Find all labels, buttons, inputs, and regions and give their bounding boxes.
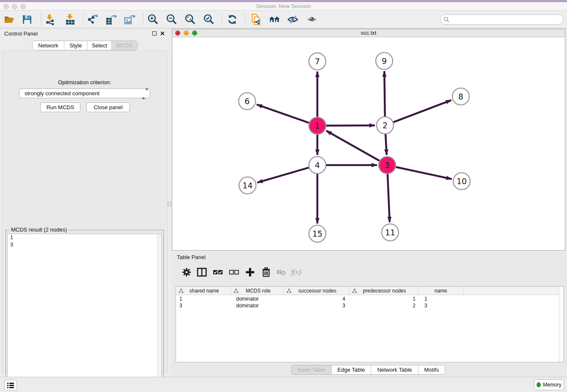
deselect-all-checkboxes-icon[interactable]	[228, 267, 239, 278]
tab-select[interactable]: Select	[88, 41, 112, 50]
toolbar-separator	[143, 13, 143, 26]
table-cell[interactable]: 4	[284, 295, 350, 302]
table-cell[interactable]: 1	[176, 295, 231, 302]
table-scrollbar[interactable]	[559, 287, 564, 362]
graph-edge-1-6[interactable]	[257, 105, 309, 123]
table-toolbar: f(x)	[176, 263, 564, 282]
splitter-grip[interactable]	[168, 202, 171, 207]
hierarchy-icon	[234, 288, 239, 293]
zoom-traffic-light[interactable]	[20, 4, 26, 9]
table-row[interactable]: 1dominator411	[176, 295, 559, 302]
column-header-predecessor-nodes[interactable]: predecessor nodes	[350, 287, 418, 295]
graph-node-label-7: 7	[315, 57, 320, 66]
add-column-icon[interactable]	[245, 267, 256, 278]
import-network-icon[interactable]	[44, 14, 56, 25]
duplicate-network-icon[interactable]	[250, 14, 262, 25]
control-panel-tabs: Network Style Select MCDS	[32, 41, 138, 50]
float-panel-icon[interactable]	[152, 31, 157, 36]
zoom-selected-icon[interactable]	[203, 14, 215, 25]
delete-column-trash-icon[interactable]	[261, 267, 272, 278]
table-cell[interactable]: 2	[350, 302, 418, 309]
run-mcds-button[interactable]: Run MCDS	[40, 102, 80, 112]
table-cell[interactable]: 3	[176, 302, 231, 309]
graph-edge-2-3[interactable]	[385, 134, 387, 155]
tab-node-table[interactable]: Node Table	[292, 365, 332, 374]
table-header: shared name MCDS role successor nodes pr…	[176, 287, 564, 295]
settings-gear-icon[interactable]	[181, 267, 192, 278]
table-cell[interactable]: dominator	[231, 302, 284, 309]
graph-node-label-4: 4	[315, 160, 320, 170]
zoom-out-icon[interactable]	[166, 14, 178, 25]
graph-edge-3-10[interactable]	[396, 167, 452, 179]
tab-network[interactable]: Network	[33, 41, 64, 50]
table-panel: Table Panel ✕ f(x) shared name	[172, 252, 567, 377]
close-panel-button[interactable]: Close panel	[86, 102, 130, 112]
graph-node-label-15: 15	[312, 229, 322, 238]
table-cell[interactable]: dominator	[231, 295, 284, 302]
node-table-body: 1dominator4113dominator323	[176, 295, 559, 309]
open-folder-icon[interactable]	[3, 14, 15, 25]
graph-edge-3-11[interactable]	[388, 174, 390, 222]
tab-edge-table[interactable]: Edge Table	[332, 365, 372, 374]
apply-function-icon: f(x)	[291, 267, 308, 278]
export-network-icon[interactable]	[86, 14, 98, 25]
control-panel-header: Control Panel ✕	[0, 29, 169, 39]
toolbar-separator	[41, 13, 41, 26]
mcds-result-title: MCDS result (2 nodes)	[9, 226, 69, 233]
graph-edge-2-9[interactable]	[384, 71, 385, 116]
mcds-result-text[interactable]: 13	[7, 234, 162, 390]
table-cell[interactable]: 1	[350, 295, 418, 302]
network-window-titlebar: ✕ − + scc.txt	[172, 29, 565, 37]
network-title: scc.txt	[172, 29, 565, 37]
network-maximize-icon[interactable]: +	[192, 30, 197, 36]
task-list-icon	[7, 382, 14, 388]
graph-edge-3-1[interactable]	[326, 131, 380, 161]
memory-label: Memory	[543, 382, 561, 388]
zoom-in-icon[interactable]	[147, 14, 159, 25]
network-canvas[interactable]: 7968124314101511	[172, 37, 565, 250]
optimization-criterion-select[interactable]: strongly connected component	[19, 88, 150, 98]
column-header-shared-name[interactable]: shared name	[176, 287, 231, 295]
tab-style[interactable]: Style	[64, 41, 88, 50]
close-traffic-light[interactable]	[3, 4, 9, 9]
table-panel-title: Table Panel	[177, 254, 206, 260]
table-cell[interactable]: 3	[418, 302, 464, 309]
graph-edge-1-2[interactable]	[326, 125, 375, 126]
tab-network-table[interactable]: Network Table	[371, 365, 418, 374]
select-all-checkboxes-icon[interactable]	[212, 267, 223, 278]
hierarchy-icon	[179, 288, 184, 293]
export-image-icon[interactable]	[124, 14, 135, 25]
graph-edge-4-14[interactable]	[257, 168, 309, 182]
show-all-networks-icon[interactable]	[269, 14, 281, 25]
export-table-icon[interactable]	[105, 14, 117, 25]
refresh-icon[interactable]	[226, 14, 238, 25]
result-scrollbar[interactable]	[157, 234, 162, 389]
minimize-traffic-light[interactable]	[12, 4, 17, 9]
network-minimize-icon[interactable]: −	[184, 30, 189, 36]
column-header-name[interactable]: name	[418, 287, 464, 295]
optimization-criterion-label: Optimization criterion:	[2, 79, 167, 86]
table-cell[interactable]: 3	[284, 302, 350, 309]
table-row[interactable]: 3dominator323	[176, 302, 559, 309]
save-icon[interactable]	[21, 14, 33, 25]
graph-node-label-10: 10	[457, 177, 467, 186]
import-table-icon[interactable]	[64, 14, 76, 25]
graph-node-label-1: 1	[315, 121, 320, 130]
column-header-successor-nodes[interactable]: successor nodes	[284, 287, 350, 295]
memory-button[interactable]: Memory	[534, 379, 564, 390]
toggle-panel-icon[interactable]	[196, 267, 207, 278]
table-cell[interactable]: 1	[418, 295, 464, 302]
column-header-mcds-role[interactable]: MCDS role	[231, 287, 284, 295]
tab-motifs[interactable]: Motifs	[418, 365, 445, 374]
mcds-result-line: 3	[8, 241, 162, 248]
search-box[interactable]	[440, 14, 564, 25]
task-history-button[interactable]	[4, 380, 17, 390]
zoom-fit-icon[interactable]	[184, 14, 196, 25]
tab-mcds[interactable]: MCDS	[112, 41, 137, 50]
close-panel-icon[interactable]: ✕	[160, 30, 165, 37]
graph-edge-2-8[interactable]	[394, 100, 451, 122]
search-input[interactable]	[449, 16, 563, 23]
show-hidden-eye-icon[interactable]	[306, 14, 318, 25]
network-close-icon[interactable]: ✕	[175, 30, 180, 36]
hide-selected-eye-icon[interactable]	[287, 14, 299, 25]
